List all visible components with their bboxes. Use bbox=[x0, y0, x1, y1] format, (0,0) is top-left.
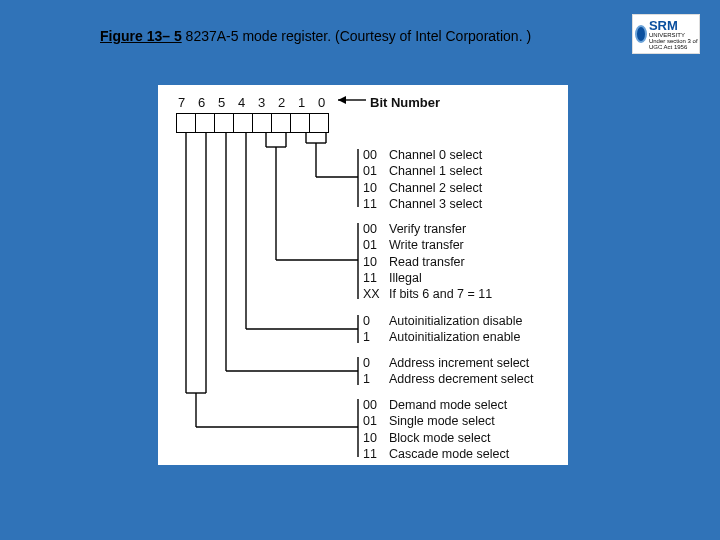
field-row: 1Autoinitialization enable bbox=[363, 329, 522, 345]
field-code: 0 bbox=[363, 313, 389, 329]
field-code: 11 bbox=[363, 270, 389, 286]
field-section: 00Channel 0 select01Channel 1 select10Ch… bbox=[363, 147, 482, 212]
field-code: 00 bbox=[363, 397, 389, 413]
field-row: 10Channel 2 select bbox=[363, 180, 482, 196]
figure-number: Figure 13– 5 bbox=[100, 28, 182, 44]
logo-badge-icon bbox=[635, 25, 647, 43]
field-code: 10 bbox=[363, 180, 389, 196]
field-code: 01 bbox=[363, 163, 389, 179]
figure-caption: Figure 13– 5 8237A-5 mode register. (Cou… bbox=[100, 28, 531, 44]
field-section: 00Demand mode select01Single mode select… bbox=[363, 397, 509, 462]
field-text: Write transfer bbox=[389, 238, 464, 252]
figure-caption-text: 8237A-5 mode register. (Courtesy of Inte… bbox=[186, 28, 532, 44]
register-diagram: 76543210 Bit Number bbox=[158, 85, 568, 465]
field-row: 11Illegal bbox=[363, 270, 492, 286]
field-row: 10Read transfer bbox=[363, 254, 492, 270]
field-text: Autoinitialization enable bbox=[389, 330, 520, 344]
field-code: 1 bbox=[363, 329, 389, 345]
field-code: 00 bbox=[363, 147, 389, 163]
logo-name: SRM bbox=[649, 19, 699, 32]
field-text: Block mode select bbox=[389, 431, 490, 445]
field-text: Channel 0 select bbox=[389, 148, 482, 162]
field-section: 0Autoinitialization disable1Autoinitiali… bbox=[363, 313, 522, 346]
field-row: 0Autoinitialization disable bbox=[363, 313, 522, 329]
field-row: 10Block mode select bbox=[363, 430, 509, 446]
university-logo: SRM UNIVERSITY Under section 3 of UGC Ac… bbox=[632, 14, 700, 54]
field-text: Single mode select bbox=[389, 414, 495, 428]
field-text: Channel 2 select bbox=[389, 181, 482, 195]
field-code: 01 bbox=[363, 413, 389, 429]
field-text: If bits 6 and 7 = 11 bbox=[389, 287, 492, 301]
field-text: Verify transfer bbox=[389, 222, 466, 236]
field-text: Autoinitialization disable bbox=[389, 314, 522, 328]
field-code: 10 bbox=[363, 254, 389, 270]
field-code: 1 bbox=[363, 371, 389, 387]
field-code: 0 bbox=[363, 355, 389, 371]
field-row: 00Channel 0 select bbox=[363, 147, 482, 163]
field-row: 1Address decrement select bbox=[363, 371, 534, 387]
field-row: 01Channel 1 select bbox=[363, 163, 482, 179]
field-section: 00Verify transfer01Write transfer10Read … bbox=[363, 221, 492, 302]
field-code: 00 bbox=[363, 221, 389, 237]
field-row: 11Cascade mode select bbox=[363, 446, 509, 462]
field-code: XX bbox=[363, 286, 389, 302]
field-row: 11Channel 3 select bbox=[363, 196, 482, 212]
logo-sub2: Under section 3 of UGC Act 1956 bbox=[649, 38, 699, 50]
field-text: Channel 3 select bbox=[389, 197, 482, 211]
field-text: Address decrement select bbox=[389, 372, 534, 386]
field-text: Read transfer bbox=[389, 255, 465, 269]
field-row: 0Address increment select bbox=[363, 355, 534, 371]
field-row: 00Demand mode select bbox=[363, 397, 509, 413]
field-code: 11 bbox=[363, 446, 389, 462]
field-code: 10 bbox=[363, 430, 389, 446]
field-text: Address increment select bbox=[389, 356, 529, 370]
field-code: 01 bbox=[363, 237, 389, 253]
field-row: XXIf bits 6 and 7 = 11 bbox=[363, 286, 492, 302]
field-section: 0Address increment select1Address decrem… bbox=[363, 355, 534, 388]
field-row: 01Write transfer bbox=[363, 237, 492, 253]
field-text: Demand mode select bbox=[389, 398, 507, 412]
field-row: 00Verify transfer bbox=[363, 221, 492, 237]
svg-marker-1 bbox=[338, 96, 346, 104]
field-text: Illegal bbox=[389, 271, 422, 285]
field-text: Cascade mode select bbox=[389, 447, 509, 461]
field-row: 01Single mode select bbox=[363, 413, 509, 429]
field-code: 11 bbox=[363, 196, 389, 212]
field-text: Channel 1 select bbox=[389, 164, 482, 178]
